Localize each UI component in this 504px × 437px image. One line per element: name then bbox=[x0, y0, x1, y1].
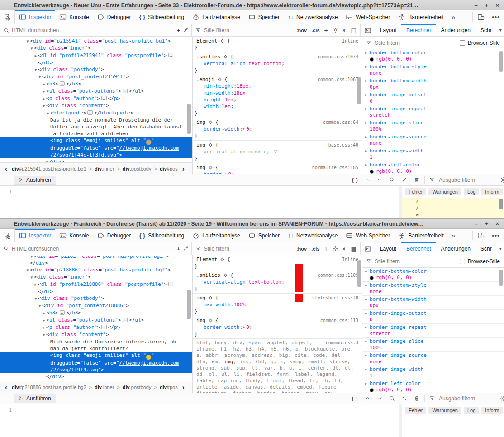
class-panel-button[interactable]: .cls bbox=[311, 246, 319, 252]
markup-line[interactable]: ▼<div id="post_content215941"> bbox=[0, 73, 192, 81]
close-button[interactable]: × bbox=[495, 221, 499, 227]
selected-node[interactable]: <img class="emoji smilies" alt="🤔" dragg… bbox=[0, 352, 192, 373]
devtools-menu-button[interactable]: ••• bbox=[488, 10, 504, 24]
expand-arrow[interactable]: ▶ bbox=[365, 78, 370, 84]
previous-chevron-icon[interactable] bbox=[365, 177, 371, 183]
tab-inspektor[interactable]: Inspektor bbox=[15, 229, 55, 242]
computed-property[interactable]: ▶border-left-colorrgb(0, 0, 0) bbox=[362, 162, 504, 174]
filter-chip-warnungen[interactable]: Warnungen bbox=[428, 188, 461, 195]
markup-line[interactable]: ▶<blockquote>…</blockquote> bbox=[0, 109, 192, 117]
tab-speicher[interactable]: Speicher bbox=[244, 10, 284, 24]
computed-filter-input[interactable]: Stile filtern bbox=[375, 258, 400, 265]
rules-scrollbar[interactable] bbox=[357, 260, 361, 287]
expand-arrow[interactable]: ▼ bbox=[42, 103, 46, 109]
sidebar-tab-schriftarten[interactable]: Schr bbox=[475, 242, 497, 255]
add-node-button[interactable]: + bbox=[177, 246, 180, 252]
markup-line[interactable]: ▼<div class="inner"> bbox=[0, 45, 192, 52]
expand-arrow[interactable]: ▶ bbox=[365, 134, 370, 140]
expand-arrow[interactable]: ▼ bbox=[38, 74, 42, 81]
tab-inspektor[interactable]: Inspektor bbox=[15, 10, 55, 24]
markup-line[interactable]: ▼<div class="content"> bbox=[0, 331, 192, 338]
node-picker-button[interactable] bbox=[0, 10, 15, 24]
markup-scrollbar[interactable] bbox=[187, 104, 191, 134]
console-filter-input[interactable]: Ausgabe filtern bbox=[439, 177, 475, 183]
markup-line[interactable]: ▼<div class="inner"> bbox=[0, 274, 192, 281]
selector-list-rule[interactable]: common.css:3html, body, div, span, apple… bbox=[193, 339, 362, 393]
computed-property[interactable]: ▶border-bottom-stylenone bbox=[362, 63, 504, 77]
search-icon[interactable] bbox=[389, 177, 395, 183]
breadcrumb-item[interactable]: div.postbody bbox=[121, 166, 153, 171]
add-rule-button[interactable]: + bbox=[324, 27, 328, 34]
filter-chip-fehler[interactable]: Fehler bbox=[405, 407, 426, 414]
titlebar[interactable]: Entwicklerwerkzeuge - Neuer Unu - Erste … bbox=[0, 0, 504, 10]
selected-node[interactable]: <img class="emoji smilies" alt="👌" dragg… bbox=[0, 137, 192, 158]
tab-konsole[interactable]: Konsole bbox=[55, 229, 93, 242]
markup-line[interactable]: ▼<div id="post_content218886"> bbox=[0, 302, 192, 309]
rule-selector[interactable]: img bbox=[196, 164, 205, 171]
sidebar-tabs-dropdown[interactable]: ▾ bbox=[497, 246, 504, 251]
pretty-print-button[interactable]: { } bbox=[352, 396, 358, 401]
expand-shorthand-arrow[interactable]: ▶ bbox=[225, 171, 227, 174]
markup-line[interactable]: </div> bbox=[0, 380, 192, 381]
expand-arrow[interactable]: ▶ bbox=[42, 95, 46, 102]
selector-highlighter-icon[interactable] bbox=[217, 76, 223, 82]
next-chevron-icon[interactable] bbox=[377, 395, 383, 401]
expand-arrow[interactable]: ▶ bbox=[33, 281, 38, 288]
rule-source-link[interactable]: stylesheet.css:20 bbox=[312, 294, 362, 301]
minimize-button[interactable]: – bbox=[475, 2, 478, 8]
style-filter-input[interactable]: Stile filtern :hov .cls + ◐ ▤ bbox=[192, 242, 361, 255]
computed-property[interactable]: ▶border-bottom-colorrgb(0, 0, 0) bbox=[362, 49, 504, 63]
markup-text-line[interactable]: Das ist ja die normale Drosselung die de… bbox=[0, 117, 192, 124]
markup-text-line[interactable]: Mich würde die Rückreise interessieren, … bbox=[0, 338, 192, 345]
expand-arrow[interactable]: ▶ bbox=[42, 317, 46, 324]
expand-arrow[interactable]: ▼ bbox=[33, 295, 38, 302]
css-declaration[interactable]: border-width: ▶0; bbox=[193, 324, 362, 331]
close-editor-icon[interactable] bbox=[401, 177, 407, 183]
add-node-button[interactable]: + bbox=[177, 28, 180, 33]
sidebar-tab-layout[interactable]: Layout bbox=[375, 242, 401, 255]
markup-line[interactable]: ▼<div id="p218886" class="post has-profi… bbox=[0, 266, 192, 274]
sidebar-tab-aenderungen[interactable]: Änderungen bbox=[436, 24, 475, 36]
filter-chip-log[interactable]: Log bbox=[464, 407, 479, 414]
console-editor[interactable]: 1 bbox=[0, 404, 402, 437]
filter-chip-fehler[interactable]: Fehler bbox=[405, 188, 426, 195]
computed-property[interactable]: ▶border-image-repeatstretch bbox=[362, 324, 504, 338]
rule-selector[interactable]: Element bbox=[196, 256, 217, 263]
sidebar-dock-button[interactable] bbox=[361, 27, 375, 34]
rule-source-link[interactable]: Inline bbox=[342, 38, 362, 44]
selector-highlighter-icon[interactable] bbox=[208, 318, 214, 323]
tab-stilbearbeitung[interactable]: { }Stilbearbeitung bbox=[135, 229, 188, 242]
markup-line[interactable]: ▶<dl id="profile218886" class="postprofi… bbox=[0, 281, 192, 288]
filter-chip-warnungen[interactable]: Warnungen bbox=[428, 407, 461, 414]
rule-selector[interactable]: Element bbox=[196, 38, 217, 44]
rule-selector[interactable]: img bbox=[196, 119, 205, 126]
expand-arrow[interactable]: ▼ bbox=[25, 267, 30, 274]
computed-property[interactable]: ▶border-bottom-stylenone bbox=[362, 282, 504, 296]
css-declaration[interactable]: max-width: 100%; bbox=[193, 301, 362, 308]
minimize-button[interactable]: – bbox=[475, 221, 478, 227]
titlebar[interactable]: Entwicklerwerkzeuge - Frankreich - Durch… bbox=[0, 218, 504, 229]
expand-arrow[interactable]: ▼ bbox=[25, 38, 30, 45]
rule-source-link[interactable]: common.css:113 bbox=[320, 317, 362, 324]
tab-web-speicher[interactable]: Web-Speicher bbox=[342, 229, 394, 242]
markup-line[interactable]: </div> bbox=[0, 260, 192, 266]
selector-highlighter-icon[interactable] bbox=[219, 38, 225, 44]
selector-highlighter-icon[interactable] bbox=[208, 295, 214, 301]
rule-source-link[interactable]: common.css:1109 bbox=[318, 272, 362, 279]
expand-arrow[interactable]: ▶ bbox=[33, 52, 38, 59]
expand-arrow[interactable]: ▶ bbox=[365, 92, 370, 98]
expand-arrow[interactable]: ▶ bbox=[365, 282, 370, 289]
tab-barrierefreiheit[interactable]: Barrierefreiheit bbox=[394, 10, 448, 24]
markup-line[interactable]: ▶<ul class="post-buttons">…</ul> bbox=[0, 317, 192, 324]
selector-highlighter-icon[interactable] bbox=[208, 142, 214, 148]
expand-arrow[interactable]: ▼ bbox=[33, 66, 38, 73]
breadcrumb-item[interactable]: div#pos bbox=[158, 385, 180, 390]
browser-styles-checkbox[interactable] bbox=[460, 40, 465, 46]
markup-line[interactable]: ▶<h3>…</h3> bbox=[0, 81, 192, 88]
markup-line[interactable]: ▼<div id="p215941" class="post has-profi… bbox=[0, 38, 192, 45]
expand-arrow[interactable]: ▶ bbox=[365, 324, 370, 331]
trash-icon[interactable] bbox=[414, 395, 420, 401]
print-simulation-icon[interactable]: ▤ bbox=[351, 245, 357, 252]
expand-arrow[interactable]: ▶ bbox=[42, 310, 46, 317]
breadcrumb-item[interactable]: div#p215941.post.has-profile.bg1 bbox=[10, 166, 88, 171]
